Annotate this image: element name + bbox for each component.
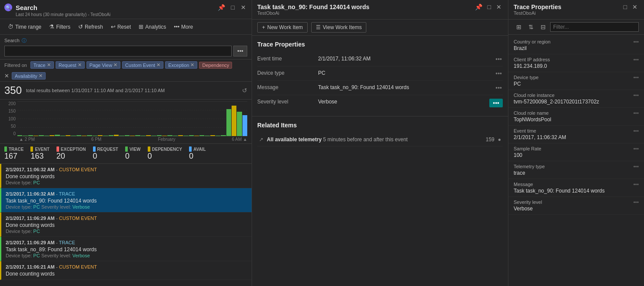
filter-tag-request[interactable]: Request ✕: [56, 61, 85, 69]
rp-prop-message: Message Task task_no_90: Found 124014 wo…: [508, 179, 644, 197]
filter-tag-pageview-close[interactable]: ✕: [113, 62, 117, 68]
left-panel-window-controls: 📌 □ ✕: [216, 4, 247, 11]
prop-more-message[interactable]: •••: [495, 84, 503, 91]
analytics-button[interactable]: ⊞ Analytics: [135, 22, 169, 32]
close-button[interactable]: ✕: [239, 4, 247, 11]
chart-bar: [162, 136, 167, 136]
filter-tag-trace[interactable]: Trace ✕: [30, 61, 54, 69]
rp-sort-button[interactable]: ⇅: [526, 22, 536, 32]
event-item-3[interactable]: 2/1/2017, 11:06:29 AM - TRACE Task task_…: [0, 237, 252, 261]
chart-bar: [33, 136, 38, 136]
right-panel-window-controls: □ ✕: [622, 3, 639, 10]
filter-tag-pageview[interactable]: Page View ✕: [86, 61, 120, 69]
filter-tag-exception-close[interactable]: ✕: [190, 62, 194, 68]
middle-close-button[interactable]: ✕: [495, 3, 503, 10]
middle-pin-button[interactable]: 📌: [474, 3, 484, 10]
rp-prop-label-telemetrytype: Telemetry type: [514, 164, 545, 169]
right-panel-title: Trace Properties: [514, 3, 561, 10]
filter-tag-request-close[interactable]: ✕: [78, 62, 82, 68]
rp-more-message[interactable]: •••: [633, 182, 639, 188]
left-toolbar: ⏱ Time range ⚗ Filters ↺ Refresh ↩ Reset…: [0, 19, 252, 35]
event-message-4: Done counting words: [6, 271, 247, 277]
rp-prop-label-cloudroleinstance: Cloud role instance: [514, 93, 599, 98]
rp-more-cloudroleinstance[interactable]: •••: [633, 93, 639, 99]
chart-y-labels: 200 150 100 50 0: [4, 101, 17, 136]
time-range-button[interactable]: ⏱ Time range: [4, 22, 45, 32]
prop-more-devicetype[interactable]: •••: [495, 70, 503, 77]
rp-more-devicetype[interactable]: •••: [633, 75, 639, 81]
prop-key-devicetype: Device type: [257, 70, 318, 76]
chart-bar: [189, 135, 194, 136]
related-info-icon: ●: [498, 136, 501, 143]
rp-more-country[interactable]: •••: [633, 39, 639, 45]
chart-area: 200 150 100 50 0: [0, 100, 252, 144]
chart-bar: [55, 135, 60, 136]
reset-button[interactable]: ↩ Reset: [107, 22, 134, 32]
refresh-button[interactable]: ↺ Refresh: [75, 22, 106, 32]
event-dot: [30, 146, 33, 152]
right-panel-title-row: Trace Properties □ ✕: [514, 3, 639, 10]
new-work-item-button[interactable]: + New Work Item: [257, 22, 308, 33]
right-panel: Trace Properties □ ✕ TestOboAi ⊞ ⇅ ⊟ Cou…: [508, 0, 644, 286]
search-row: •••: [4, 46, 247, 57]
chart-bar-tall3: [237, 112, 242, 136]
search-area: Search ⓘ •••: [0, 35, 252, 60]
search-input[interactable]: [4, 46, 232, 57]
rp-more-cloudrolename[interactable]: •••: [633, 110, 639, 116]
chart-bar: [146, 135, 151, 136]
right-panel-props: Country or region Brazil ••• Client IP a…: [508, 35, 644, 286]
rp-more-telemetrytype[interactable]: •••: [633, 164, 639, 170]
filter-tag-exception[interactable]: Exception ✕: [165, 61, 197, 69]
event-item-4[interactable]: 2/1/2017, 11:06:21 AM - CUSTOM EVENT Don…: [0, 261, 252, 280]
rp-more-eventtime[interactable]: •••: [633, 128, 639, 134]
related-item-0[interactable]: ↗ All available telemetry 5 minutes befo…: [257, 133, 503, 146]
prop-more-eventtime[interactable]: •••: [495, 56, 503, 63]
rp-prop-label-cloudrolename: Cloud role name: [514, 110, 551, 116]
event-item-1[interactable]: 2/1/2017, 11:06:32 AM - TRACE Task task_…: [0, 188, 252, 213]
filter-tag-dependency[interactable]: Dependency: [199, 62, 232, 69]
results-refresh-icon[interactable]: ↺: [242, 87, 247, 94]
filter-tag-trace-close[interactable]: ✕: [47, 62, 51, 68]
stat-exception: EXCEPTION 20: [56, 146, 86, 161]
filter-tag-customevent[interactable]: Custom Event ✕: [122, 61, 163, 69]
avail-dot: [189, 146, 192, 152]
rp-prop-label-message: Message: [514, 182, 604, 187]
left-panel-title: Search: [16, 4, 37, 11]
middle-maximize-button[interactable]: □: [486, 3, 492, 10]
rp-table-view-button[interactable]: ⊞: [514, 22, 524, 32]
right-maximize-button[interactable]: □: [622, 3, 628, 10]
event-item-2[interactable]: 2/1/2017, 11:06:29 AM - CUSTOM EVENT Don…: [0, 213, 252, 237]
prop-val-message: Task task_no_90: Found 124014 words: [318, 84, 495, 90]
plus-icon: +: [262, 24, 265, 30]
view-work-items-button[interactable]: ☰ View Work Items: [311, 22, 367, 33]
search-options-button[interactable]: •••: [233, 46, 247, 57]
filter-tag-availability-close[interactable]: ✕: [39, 73, 43, 79]
rp-more-samplerate[interactable]: •••: [633, 146, 639, 152]
event-item-0[interactable]: 2/1/2017, 11:06:32 AM - CUSTOM EVENT Don…: [0, 164, 252, 188]
maximize-button[interactable]: □: [230, 4, 236, 11]
results-count: 350: [4, 84, 22, 96]
more-button[interactable]: ••• More: [170, 22, 196, 32]
rp-filter-input[interactable]: [550, 22, 639, 32]
rp-more-clientip[interactable]: •••: [633, 57, 639, 63]
filter-clear-all[interactable]: ✕: [4, 73, 9, 79]
pin-button[interactable]: 📌: [216, 4, 226, 11]
filter-tag-customevent-close[interactable]: ✕: [156, 62, 160, 68]
chart-bar: [125, 135, 129, 136]
rp-columns-button[interactable]: ⊟: [538, 22, 548, 32]
rp-more-severity[interactable]: •••: [633, 200, 639, 206]
event-meta-2: Device type: PC: [6, 229, 247, 234]
prop-actions-devicetype: •••: [495, 70, 503, 77]
chart-bar: [66, 135, 70, 136]
filters-button[interactable]: ⚗ Filters: [46, 22, 74, 32]
rp-prop-severity: Severity level Verbose •••: [508, 197, 644, 215]
chart-bar: [216, 136, 220, 136]
chart-bar: [221, 135, 226, 136]
filter-tag-availability[interactable]: Availability ✕: [12, 72, 46, 80]
prop-more-severity-teal[interactable]: •••: [489, 99, 503, 107]
right-close-button[interactable]: ✕: [631, 3, 639, 10]
avail-count: 0: [189, 152, 206, 161]
stat-event: EVENT 163: [30, 146, 49, 161]
left-panel-title-row: 🔍 Search 📌 □ ✕: [4, 3, 247, 11]
reset-icon: ↩: [111, 23, 116, 30]
